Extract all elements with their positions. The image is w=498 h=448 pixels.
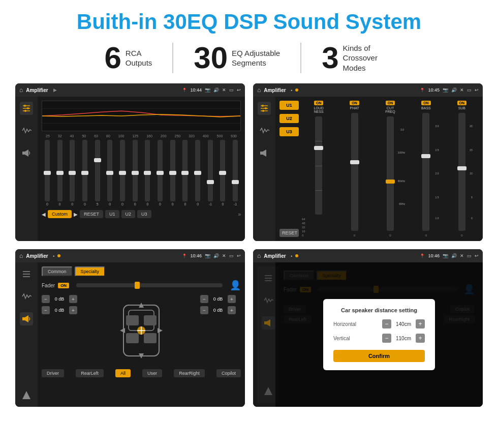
eq-slider-6[interactable]: 0	[117, 140, 128, 206]
reset-btn[interactable]: RESET	[80, 210, 103, 218]
svg-point-4	[27, 107, 29, 109]
vol-icon-4: 🔊	[451, 253, 457, 258]
stats-row: 6 RCAOutputs 30 EQ AdjustableSegments 3 …	[15, 43, 483, 73]
fader-wave-icon[interactable]	[20, 290, 33, 303]
back-icon-4[interactable]: ↩	[475, 253, 479, 258]
fader-expand-icon[interactable]	[20, 389, 33, 402]
driver-btn[interactable]: Driver	[42, 369, 64, 377]
eq-slider-9[interactable]: 0	[154, 140, 166, 206]
zone-br-plus[interactable]: +	[228, 306, 236, 314]
sub-label: SUB	[458, 106, 465, 110]
custom-btn[interactable]: Custom	[48, 210, 72, 218]
status-bar-2: ⌂ Amplifier ▪ 📍 10:45 📷 🔊 ✕ ▭ ↩	[253, 83, 483, 97]
waveform-icon[interactable]	[20, 124, 33, 137]
u2-btn[interactable]: U2	[121, 210, 136, 218]
zone-tr-plus[interactable]: +	[228, 295, 236, 303]
expand-icon[interactable]: »	[238, 212, 241, 217]
zone-br: − 0 dB +	[200, 306, 241, 314]
cam-icon-4: 📷	[443, 253, 448, 258]
left-zones: − 0 dB + − 0 dB +	[42, 295, 82, 366]
crossover-speaker-icon[interactable]	[258, 146, 271, 160]
zone-br-minus[interactable]: −	[200, 306, 208, 314]
eq-slider-12[interactable]: 0	[192, 140, 203, 206]
bass-on: ON	[421, 101, 431, 105]
specialty-tab[interactable]: Specialty	[75, 266, 106, 277]
eq-slider-0[interactable]: 0	[42, 140, 53, 206]
u3-crossover-btn[interactable]: U3	[279, 127, 299, 136]
stat-desc-eq: EQ AdjustableSegments	[232, 48, 280, 68]
eq-slider-7[interactable]: 0	[130, 140, 141, 206]
zone-tr-value: 0 dB	[210, 296, 226, 302]
vertical-plus-btn[interactable]: +	[416, 334, 425, 343]
eq-slider-2[interactable]: 0	[67, 140, 78, 206]
zone-tr-minus[interactable]: −	[200, 295, 208, 303]
common-tab[interactable]: Common	[42, 266, 73, 277]
fader2-filter-icon	[262, 272, 275, 285]
cam-icon-3: 📷	[205, 253, 210, 258]
eq-slider-13[interactable]: -1	[205, 140, 216, 206]
eq-slider-15[interactable]: -1	[230, 140, 241, 206]
home-icon-2[interactable]: ⌂	[257, 86, 261, 94]
crossover-filter-icon[interactable]	[258, 102, 271, 115]
eq-slider-4[interactable]: 5	[92, 140, 103, 206]
copilot-btn[interactable]: Copilot	[216, 369, 241, 377]
dialog-box: Car speaker distance setting Horizontal …	[323, 299, 435, 370]
stat-eq: 30 EQ AdjustableSegments	[172, 43, 300, 73]
home-icon-1[interactable]: ⌂	[19, 86, 23, 94]
fader-speaker-icon[interactable]	[20, 312, 33, 325]
zone-bl-minus[interactable]: −	[42, 306, 50, 314]
play-icon-1: ▶	[53, 87, 57, 93]
back-icon-2[interactable]: ↩	[475, 87, 479, 93]
fader-header: Fader ON 👤	[42, 280, 241, 291]
eq-slider-8[interactable]: 0	[142, 140, 153, 206]
user-btn[interactable]: User	[142, 369, 162, 377]
sub-on: ON	[457, 101, 467, 105]
eq-slider-11[interactable]: 0	[180, 140, 191, 206]
time-4: 10:46	[428, 253, 440, 258]
cutfreq-label: CUTFREQ	[385, 106, 395, 113]
next-arrow[interactable]: ▶	[74, 212, 78, 217]
svg-rect-28	[144, 315, 157, 325]
fader-slider[interactable]	[76, 283, 223, 287]
crossover-reset-btn[interactable]: RESET	[279, 229, 299, 237]
zone-tl-plus[interactable]: +	[69, 295, 77, 303]
zone-tl-minus[interactable]: −	[42, 295, 50, 303]
eq-slider-5[interactable]: 0	[104, 140, 115, 206]
fader-label: Fader	[42, 283, 55, 288]
u2-crossover-btn[interactable]: U2	[279, 114, 299, 123]
horizontal-plus-btn[interactable]: +	[416, 319, 425, 328]
eq-slider-1[interactable]: 0	[54, 140, 66, 206]
cam-icon-2: 📷	[443, 87, 448, 93]
crossover-wave-icon[interactable]	[258, 124, 271, 137]
prev-arrow[interactable]: ◀	[42, 212, 46, 217]
page-container: Buith-in 30EQ DSP Sound System 6 RCAOutp…	[0, 0, 498, 448]
sub-channel: ON SUB 20 15 10 5 0 0	[445, 101, 479, 237]
back-icon-1[interactable]: ↩	[237, 87, 241, 93]
eq-slider-10[interactable]: 0	[167, 140, 178, 206]
eq-filter-icon[interactable]	[20, 102, 33, 115]
u1-btn[interactable]: U1	[105, 210, 119, 218]
fader-filter-icon[interactable]	[20, 267, 33, 281]
svg-marker-18	[263, 150, 266, 157]
u3-btn[interactable]: U3	[137, 210, 151, 218]
home-icon-4[interactable]: ⌂	[257, 252, 261, 259]
confirm-button[interactable]: Confirm	[333, 350, 425, 362]
rec-icon-3: ▪	[53, 254, 55, 258]
horizontal-minus-btn[interactable]: −	[382, 319, 391, 328]
rearright-btn[interactable]: RearRight	[174, 369, 205, 377]
speaker-icon[interactable]	[20, 146, 33, 160]
all-btn[interactable]: All	[115, 369, 131, 377]
u1-crossover-btn[interactable]: U1	[279, 101, 299, 110]
dialog-overlay: Car speaker distance setting Horizontal …	[275, 262, 483, 407]
eq-slider-3[interactable]: 0	[79, 140, 90, 206]
rearleft-btn[interactable]: RearLeft	[76, 369, 104, 377]
zone-bl-value: 0 dB	[52, 308, 67, 313]
zone-bl-plus[interactable]: +	[69, 306, 77, 314]
phat-on: ON	[350, 101, 359, 105]
eq-slider-14[interactable]: 0	[217, 140, 229, 206]
vertical-minus-btn[interactable]: −	[382, 334, 391, 343]
crossover-side-panel	[253, 97, 275, 241]
stat-desc-rca: RCAOutputs	[126, 48, 152, 68]
back-icon-3[interactable]: ↩	[237, 253, 241, 258]
home-icon-3[interactable]: ⌂	[19, 252, 23, 259]
